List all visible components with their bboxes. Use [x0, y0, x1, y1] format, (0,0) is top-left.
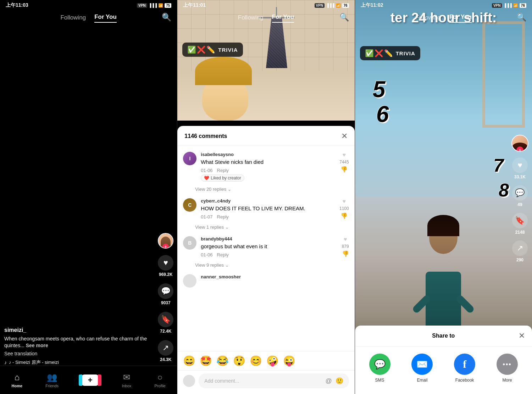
emoji-5[interactable]: 😊 [250, 355, 262, 367]
emoji-2[interactable]: 🤩 [200, 355, 212, 367]
status-bar-2: 上午11:01 VPN ▐▐▐ 📶 76 [177, 0, 354, 10]
tab-bar-1: ⌂ Home 👥 Friends + ✉ Inbox ○ Profile [0, 366, 177, 394]
see-translation-1[interactable]: See translation [4, 351, 154, 356]
comment-body-2: cyberr..c4ndy HOW DOES IT FEEL TO LIVE M… [201, 198, 335, 220]
nav-foryou-2[interactable]: For You [272, 13, 294, 23]
bookmark-icon-1: 🔖 [158, 312, 173, 327]
comment-reply-btn-1[interactable]: Reply [217, 168, 229, 173]
nav-foryou-1[interactable]: For You [94, 13, 117, 23]
tab-profile-label-1: Profile [155, 384, 166, 388]
number-8: 8 [499, 181, 509, 199]
comment-actions-3: ♥ 879 👎 [342, 236, 349, 257]
comment-body-1: isabellesaysno What Stevie nicks fan die… [201, 152, 335, 182]
signal-bars-2: ▐▐▐ [326, 3, 334, 7]
tab-inbox-1[interactable]: ✉ Inbox [122, 372, 131, 388]
vpn-badge-1: VPN [137, 3, 147, 8]
comment-reply-btn-3[interactable]: Reply [217, 252, 229, 257]
p3-comment-icon: 💬 [512, 185, 528, 201]
search-button-2[interactable]: 🔍 [339, 13, 349, 22]
trivia-sticker-3: ✅ ❌ ✏️ TRIVIA [360, 46, 420, 60]
avatar-btn-1[interactable]: + [158, 233, 173, 249]
comment-avatar-1: I [183, 152, 196, 165]
p3-like-btn[interactable]: ♥ 33.1K [512, 157, 528, 179]
music-note-1: ♪ [4, 360, 7, 365]
battery-3: 76 [520, 3, 526, 8]
checkmark-icon-3: ✅ [365, 49, 374, 57]
comment-username-4: nanner_smoosher [201, 274, 349, 279]
tab-profile-1[interactable]: ○ Profile [155, 372, 166, 388]
comments-title: 1146 comments [184, 133, 227, 139]
comment-dislike-1[interactable]: 👎 [340, 166, 348, 173]
view-replies-3[interactable]: View 9 replies ⌄ [177, 261, 354, 271]
comment-item-4: nanner_smoosher [177, 271, 354, 291]
nav-foryou-3[interactable]: For You [449, 13, 472, 23]
emoji-6[interactable]: 🤪 [266, 355, 279, 367]
emoji-1[interactable]: 😄 [183, 355, 195, 367]
tab-friends-1[interactable]: 👥 Friends [45, 372, 59, 388]
emoji-7[interactable]: 😜 [283, 355, 295, 367]
comments-close-btn[interactable]: ✕ [341, 132, 348, 141]
share-facebook[interactable]: f Facebook [454, 354, 475, 383]
tab-home-1[interactable]: ⌂ Home [12, 372, 23, 388]
comment-reply-btn-2[interactable]: Reply [217, 214, 229, 220]
share-more[interactable]: ••• More [497, 354, 518, 383]
nav-following-1[interactable]: Following [60, 14, 86, 23]
share-btn-1[interactable]: ↗ 24.3K [158, 340, 173, 362]
like-btn-1[interactable]: ♥ 969.2K [158, 255, 173, 277]
video-caption-1: When cheongsam meets opera, who can refu… [4, 335, 154, 349]
p3-bookmark-btn[interactable]: 🔖 2148 [512, 213, 528, 235]
emoji-input-icon[interactable]: 🙂 [336, 377, 343, 385]
comment-meta-1: 01-06 Reply [201, 168, 335, 173]
view-replies-arrow-3: ⌄ [225, 263, 229, 268]
comment-heart-3[interactable]: ♥ [344, 236, 347, 243]
share-sms[interactable]: 💬 SMS [369, 354, 390, 383]
nav-following-2[interactable]: Following [238, 14, 264, 23]
comment-meta-3: 01-06 Reply [201, 252, 337, 257]
p3-bookmark-icon: 🔖 [512, 213, 528, 228]
comment-heart-2[interactable]: ♥ [343, 198, 346, 205]
video-music-1: ♪ ♪ - Simeizi 原声 - simeizi [4, 359, 154, 366]
comment-heart-1[interactable]: ♥ [343, 152, 346, 158]
share-email[interactable]: ✉️ Email [411, 354, 433, 383]
comment-count-1: 9037 [161, 300, 171, 305]
emoji-4[interactable]: 😲 [233, 355, 245, 367]
at-icon[interactable]: @ [325, 377, 332, 385]
comment-body-3: brandybby444 gorgeous but what even is i… [201, 236, 337, 257]
see-more-1[interactable]: See more [26, 343, 48, 348]
creator-heart-icon: ❤️ [204, 176, 209, 181]
comment-dislike-3[interactable]: 👎 [342, 250, 349, 257]
search-button-3[interactable]: 🔍 [517, 13, 526, 22]
comment-input-box[interactable]: Add comment... @ 🙂 [199, 373, 349, 388]
comment-dislike-2[interactable]: 👎 [340, 212, 348, 219]
number-7-text: 7 [493, 156, 504, 174]
view-replies-text-3: View 9 replies [195, 262, 224, 268]
comment-btn-1[interactable]: 💬 9037 [158, 283, 173, 305]
comment-likes-3: 879 [342, 244, 349, 249]
profile-icon-1: ○ [157, 372, 163, 382]
p3-comment-count: 49 [517, 202, 522, 207]
search-button-1[interactable]: 🔍 [162, 13, 171, 22]
view-replies-1[interactable]: View 20 replies ⌄ [177, 185, 354, 195]
cross-icon-3: ❌ [375, 49, 383, 57]
status-time-1: 上午11:03 [6, 2, 28, 9]
p3-share-btn[interactable]: ↗ 290 [512, 240, 528, 262]
view-replies-2[interactable]: View 1 replies ⌄ [177, 223, 354, 233]
share-icons-row: 💬 SMS ✉️ Email f Facebook ••• More [355, 346, 532, 385]
emoji-3[interactable]: 😂 [216, 355, 229, 367]
p3-creator-avatar[interactable]: + [511, 135, 528, 152]
friends-icon-1: 👥 [47, 372, 57, 382]
comment-input-icons: @ 🙂 [325, 377, 343, 385]
comment-date-2: 01-07 [201, 214, 212, 220]
p3-comment-btn[interactable]: 💬 49 [512, 185, 528, 207]
vpn-badge-3: VPN [492, 3, 502, 8]
person-face [195, 50, 266, 121]
tab-add-1[interactable]: + [82, 374, 99, 386]
tab-home-label-1: Home [12, 384, 23, 388]
bookmark-btn-1[interactable]: 🔖 72.4K [158, 312, 173, 334]
comment-actions-2: ♥ 1100 👎 [339, 198, 349, 220]
share-close-btn[interactable]: ✕ [519, 331, 525, 340]
comment-text-1: What Stevie nicks fan died [201, 158, 335, 166]
comment-icon-1: 💬 [158, 283, 173, 299]
comment-username-3: brandybby444 [201, 236, 337, 242]
nav-following-3[interactable]: Following [415, 14, 441, 23]
